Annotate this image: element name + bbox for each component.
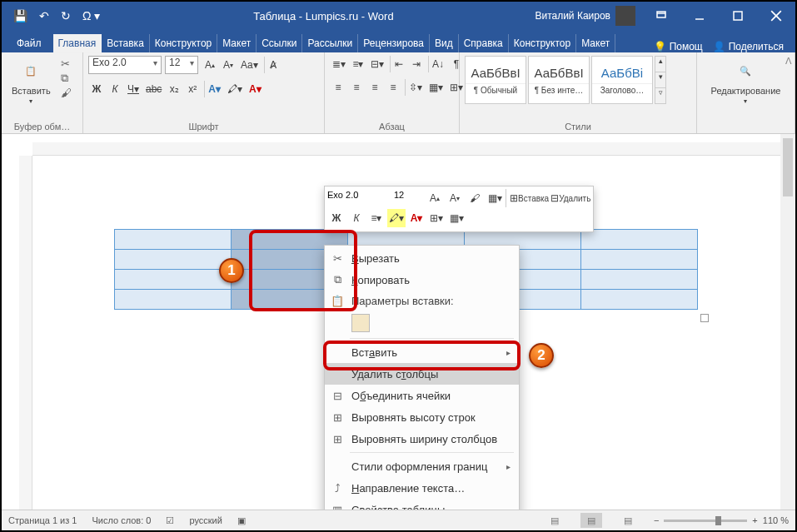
status-page[interactable]: Страница 1 из 1 — [8, 515, 77, 525]
vertical-ruler[interactable] — [19, 156, 32, 510]
paste-option-icon[interactable] — [351, 314, 370, 332]
clear-format-icon[interactable]: A̷ — [264, 57, 281, 73]
mini-font-name[interactable]: Exo 2.0 — [327, 190, 392, 206]
bold-button[interactable]: Ж — [88, 81, 105, 97]
table-resize-handle[interactable] — [700, 314, 709, 322]
mini-insert-button[interactable]: ⊞Вставка — [506, 189, 549, 207]
justify-icon[interactable]: ≡ — [385, 79, 401, 96]
style-heading1[interactable]: АаБбВіЗаголово… — [591, 56, 653, 104]
ctx-border-styles[interactable]: Стили оформления границ — [325, 455, 519, 477]
tab-references[interactable]: Ссылки — [257, 34, 302, 52]
mini-italic-button[interactable]: К — [347, 209, 366, 227]
bullets-icon[interactable]: ≣▾ — [330, 56, 348, 72]
mini-shading-icon[interactable]: ▦▾ — [447, 209, 466, 227]
tab-table-layout[interactable]: Макет — [576, 34, 615, 52]
close-button[interactable] — [757, 2, 795, 30]
tab-table-design[interactable]: Конструктор — [509, 34, 576, 52]
numbering-icon[interactable]: ≡▾ — [350, 56, 366, 72]
maximize-button[interactable] — [719, 2, 757, 30]
user-account[interactable]: Виталий Каиров — [535, 6, 642, 26]
mini-font-size[interactable]: 12 — [394, 190, 424, 206]
styles-gallery[interactable]: АаБбВвІ¶ Обычный АаБбВвІ¶ Без инте… АаБб… — [465, 56, 666, 104]
zoom-slider[interactable] — [664, 520, 747, 522]
share-button[interactable]: 👤 Поделиться — [713, 41, 784, 52]
ctx-table-properties[interactable]: ▥Свойства таблицы… — [325, 499, 519, 510]
indent-left-icon[interactable]: ⇤ — [390, 56, 406, 72]
ctx-merge-cells[interactable]: ⊟Объединить ячейки — [325, 385, 519, 406]
status-words[interactable]: Число слов: 0 — [92, 515, 151, 525]
font-size-select[interactable]: 12 — [165, 56, 198, 74]
mini-font-color-icon[interactable]: A▾ — [407, 209, 426, 227]
multilevel-icon[interactable]: ⊟▾ — [368, 56, 386, 72]
zoom-value[interactable]: 110 % — [763, 515, 789, 525]
tab-insert[interactable]: Вставка — [102, 34, 150, 52]
scroll-thumb[interactable] — [783, 138, 793, 196]
mini-align-icon[interactable]: ≡▾ — [367, 209, 386, 227]
change-case-icon[interactable]: Aa▾ — [238, 57, 261, 73]
text-effects-icon[interactable]: A▾ — [204, 81, 223, 97]
shrink-font-icon[interactable]: A▾ — [220, 57, 237, 73]
mini-highlight-icon[interactable]: 🖍▾ — [387, 209, 406, 227]
save-icon[interactable]: 💾 — [13, 9, 27, 22]
vertical-scrollbar[interactable] — [780, 134, 795, 510]
mini-borders-icon[interactable]: ⊞▾ — [427, 209, 446, 227]
style-nospacing[interactable]: АаБбВвІ¶ Без инте… — [528, 56, 590, 104]
status-macro-icon[interactable]: ▣ — [237, 515, 246, 526]
tab-design[interactable]: Конструктор — [150, 34, 217, 52]
paste-button[interactable]: 📋 Вставить ▾ — [7, 56, 56, 107]
tab-layout[interactable]: Макет — [217, 34, 257, 52]
view-print-icon[interactable]: ▤ — [580, 513, 602, 528]
redo-icon[interactable]: ↻ — [61, 9, 71, 22]
view-read-icon[interactable]: ▤ — [544, 513, 565, 528]
undo-icon[interactable]: ↶ — [39, 9, 49, 22]
mini-delete-button[interactable]: ⊟Удалить — [550, 189, 590, 207]
minimize-button[interactable] — [680, 2, 719, 30]
align-right-icon[interactable]: ≡ — [366, 79, 383, 96]
ctx-cut[interactable]: ✂Вырезать — [325, 247, 519, 269]
font-color-icon[interactable]: A▾ — [247, 81, 264, 97]
zoom-out-icon[interactable]: − — [654, 515, 659, 525]
styles-more-icon[interactable]: ▿ — [655, 88, 665, 103]
ctx-distribute-rows[interactable]: ⊞Выровнять высоту строк — [325, 406, 519, 428]
tab-mailings[interactable]: Рассылки — [302, 34, 358, 52]
editing-dropdown[interactable]: 🔍 Редактирование ▾ — [706, 56, 786, 107]
mini-styles-icon[interactable]: ▦▾ — [486, 189, 504, 207]
highlight-icon[interactable]: 🖍▾ — [225, 81, 245, 97]
tab-help[interactable]: Справка — [459, 34, 509, 52]
collapse-ribbon-icon[interactable]: ᐱ — [785, 56, 792, 67]
superscript-button[interactable]: x² — [184, 81, 201, 97]
tab-review[interactable]: Рецензирова — [358, 34, 430, 52]
tab-file[interactable]: Файл — [5, 34, 53, 52]
zoom-control[interactable]: − + 110 % — [654, 515, 789, 525]
ctx-distribute-cols[interactable]: ⊞Выровнять ширину столбцов — [325, 428, 519, 450]
ribbon-options-icon[interactable] — [642, 2, 680, 30]
underline-button[interactable]: Ч▾ — [125, 81, 142, 97]
style-normal[interactable]: АаБбВвІ¶ Обычный — [465, 56, 526, 104]
align-center-icon[interactable]: ≡ — [348, 79, 365, 96]
status-language[interactable]: русский — [189, 515, 222, 525]
ctx-delete-columns[interactable]: Удалить столбцы — [325, 363, 519, 385]
cut-icon[interactable]: ✂ — [61, 57, 72, 70]
tab-home[interactable]: Главная — [53, 34, 102, 52]
mini-shrink-font-icon[interactable]: A▾ — [446, 189, 464, 207]
ctx-text-direction[interactable]: ⤴Направление текста… — [325, 477, 519, 499]
mini-format-painter-icon[interactable]: 🖌 — [466, 189, 484, 207]
italic-button[interactable]: К — [107, 81, 123, 97]
page[interactable]: ✥ Exo 2.0 12 A▴ A▾ 🖌 ▦▾ ⊞Вставка ⊟Удалит… — [32, 156, 780, 510]
status-proofing-icon[interactable]: ☑ — [166, 515, 174, 526]
grow-font-icon[interactable]: A▴ — [202, 57, 218, 73]
indent-right-icon[interactable]: ⇥ — [408, 56, 425, 72]
line-spacing-icon[interactable]: ⇳▾ — [405, 79, 425, 96]
styles-down-icon[interactable]: ▾ — [655, 72, 665, 88]
zoom-in-icon[interactable]: + — [752, 515, 757, 525]
font-name-select[interactable]: Exo 2.0 — [88, 56, 162, 74]
strike-button[interactable]: abc — [143, 81, 164, 97]
sort-icon[interactable]: A↓ — [428, 56, 446, 72]
copy-icon[interactable]: ⧉ — [61, 72, 72, 85]
mini-grow-font-icon[interactable]: A▴ — [426, 189, 444, 207]
subscript-button[interactable]: x₂ — [166, 81, 182, 97]
symbol-icon[interactable]: Ω ▾ — [82, 9, 100, 22]
align-left-icon[interactable]: ≡ — [330, 79, 346, 96]
horizontal-ruler[interactable] — [32, 142, 780, 156]
ctx-insert[interactable]: Вставить — [325, 341, 519, 363]
